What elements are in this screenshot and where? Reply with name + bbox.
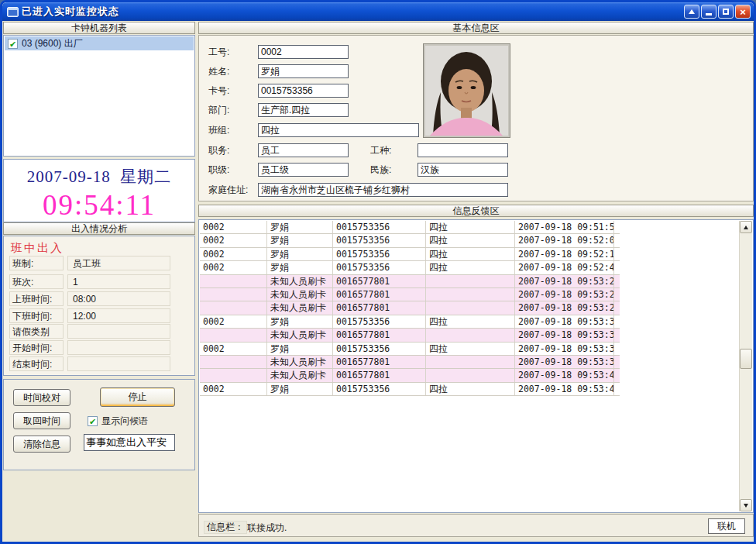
table-row[interactable]: 未知人员刷卡 0016577801 2007-09-18 09:53:26 bbox=[200, 288, 620, 301]
cell-team: 四拉 bbox=[426, 248, 515, 260]
field-label: 职务: bbox=[208, 144, 229, 157]
table-row[interactable]: 0002 罗娟 0015753356 四拉 2007-09-18 09:53:4… bbox=[200, 383, 620, 396]
titlebar[interactable]: 已进入实时监控状态 × bbox=[2, 2, 754, 21]
rollup-icon bbox=[689, 9, 695, 14]
work-type-field[interactable] bbox=[418, 143, 508, 157]
table-row[interactable]: 未知人员刷卡 0016577801 2007-09-18 09:53:37 bbox=[200, 356, 620, 369]
table-row[interactable]: 未知人员刷卡 0016577801 2007-09-18 09:53:23 bbox=[200, 275, 620, 288]
app-icon bbox=[7, 7, 19, 17]
name-field[interactable] bbox=[258, 64, 349, 78]
scroll-down-button[interactable] bbox=[740, 499, 752, 511]
cell-card-no: 0015753356 bbox=[333, 248, 426, 260]
basic-info-header: 基本信息区 bbox=[198, 22, 754, 34]
field-label: 家庭住址: bbox=[208, 184, 248, 197]
cell-timestamp: 2007-09-18 09:53:45 bbox=[515, 383, 614, 395]
time-check-button[interactable]: 时间校对 bbox=[13, 389, 70, 406]
analysis-label: 结束时间: bbox=[9, 356, 64, 371]
field-label: 班组: bbox=[208, 124, 229, 137]
stop-button[interactable]: 停止 bbox=[100, 387, 175, 407]
window-controls: × bbox=[684, 5, 751, 19]
machine-checkbox[interactable]: ✔ bbox=[8, 39, 18, 49]
machine-listbox[interactable]: ✔ 03 (9600) 出厂 bbox=[3, 35, 195, 157]
analysis-label: 开始时间: bbox=[9, 340, 64, 355]
analysis-value: 08:00 bbox=[67, 291, 170, 306]
cell-timestamp: 2007-09-18 09:53:23 bbox=[515, 275, 614, 287]
analysis-label: 班制: bbox=[9, 256, 64, 270]
ethnicity-field[interactable] bbox=[418, 163, 508, 177]
clock-panel: 2007-09-18 星期二 09:54:11 bbox=[3, 159, 195, 222]
close-button[interactable]: × bbox=[735, 5, 751, 19]
scrollbar-thumb[interactable] bbox=[740, 349, 752, 369]
table-row[interactable]: 0002 罗娟 0015753356 四拉 2007-09-18 09:51:5… bbox=[200, 221, 620, 234]
date-text: 2007-09-18 bbox=[27, 167, 111, 186]
cell-card-no: 0015753356 bbox=[333, 343, 426, 355]
online-button[interactable]: 联机 bbox=[708, 518, 745, 534]
maximize-button[interactable] bbox=[718, 5, 734, 19]
cell-card-no: 0016577801 bbox=[333, 356, 426, 368]
cell-team: 四拉 bbox=[426, 343, 515, 355]
scroll-up-button[interactable] bbox=[740, 221, 752, 233]
table-row[interactable]: 0002 罗娟 0015753356 四拉 2007-09-18 09:52:4… bbox=[200, 261, 620, 274]
weekday-text: 星期二 bbox=[120, 167, 171, 186]
table-row[interactable]: 0002 罗娟 0015753356 四拉 2007-09-18 09:53:3… bbox=[200, 343, 620, 356]
home-address-field[interactable] bbox=[258, 183, 508, 197]
basic-info-panel: 工号: 姓名: 卡号: 部门: 班组: 职务: 工种: 职级: 民族: 家庭住址… bbox=[198, 35, 754, 201]
greeting-input[interactable] bbox=[84, 434, 175, 451]
table-row[interactable]: 未知人员刷卡 0016577801 2007-09-18 09:53:43 bbox=[200, 369, 620, 382]
table-row[interactable]: 0002 罗娟 0015753356 四拉 2007-09-18 09:52:1… bbox=[200, 248, 620, 261]
cell-card-no: 0016577801 bbox=[333, 369, 426, 381]
clear-info-button[interactable]: 清除信息 bbox=[13, 436, 70, 453]
cell-timestamp: 2007-09-18 09:53:43 bbox=[515, 369, 614, 381]
card-no-field[interactable] bbox=[258, 84, 349, 98]
cell-timestamp: 2007-09-18 09:53:34 bbox=[515, 343, 614, 355]
minimize-button[interactable] bbox=[701, 5, 716, 19]
feedback-header: 信息反馈区 bbox=[198, 205, 754, 217]
table-row[interactable]: 0002 罗娟 0015753356 四拉 2007-09-18 09:52:0… bbox=[200, 234, 620, 247]
cell-name: 未知人员刷卡 bbox=[267, 356, 333, 368]
emp-id-field[interactable] bbox=[258, 45, 349, 59]
analysis-value bbox=[67, 324, 170, 339]
cell-emp-id bbox=[200, 301, 267, 314]
cell-name: 罗娟 bbox=[267, 248, 333, 260]
cell-emp-id: 0002 bbox=[200, 343, 267, 355]
field-label: 部门: bbox=[208, 104, 229, 117]
machine-list-header: 卡钟机器列表 bbox=[3, 22, 195, 34]
machine-list-item[interactable]: ✔ 03 (9600) 出厂 bbox=[5, 36, 194, 50]
cell-name: 未知人员刷卡 bbox=[267, 288, 333, 301]
cell-timestamp: 2007-09-18 09:53:30 bbox=[515, 315, 614, 328]
rank-field[interactable] bbox=[258, 163, 349, 177]
cell-name: 罗娟 bbox=[267, 315, 333, 328]
team-field[interactable] bbox=[258, 123, 419, 137]
close-icon: × bbox=[740, 7, 746, 17]
field-label: 职级: bbox=[208, 164, 229, 177]
cell-emp-id: 0002 bbox=[200, 221, 267, 233]
cell-timestamp: 2007-09-18 09:51:53 bbox=[515, 221, 614, 233]
table-row[interactable]: 未知人员刷卡 0016577801 2007-09-18 09:53:33 bbox=[200, 329, 620, 342]
cell-name: 罗娟 bbox=[267, 261, 333, 274]
analysis-label: 班次: bbox=[9, 274, 64, 289]
cell-timestamp: 2007-09-18 09:53:26 bbox=[515, 288, 614, 301]
analysis-value: 员工班 bbox=[67, 256, 170, 270]
cell-team: 四拉 bbox=[426, 383, 515, 395]
analysis-label: 请假类别 bbox=[9, 324, 64, 339]
cell-emp-id: 0002 bbox=[200, 248, 267, 260]
cell-team bbox=[426, 275, 515, 287]
cell-emp-id bbox=[200, 369, 267, 381]
cell-team: 四拉 bbox=[426, 261, 515, 274]
cell-team bbox=[426, 369, 515, 381]
minimize-icon bbox=[706, 13, 712, 15]
department-field[interactable] bbox=[258, 103, 349, 117]
cell-team bbox=[426, 329, 515, 341]
table-row[interactable]: 未知人员刷卡 0016577801 2007-09-18 09:53:28 bbox=[200, 301, 620, 315]
feedback-rows: 0002 罗娟 0015753356 四拉 2007-09-18 09:51:5… bbox=[200, 221, 620, 396]
cell-team: 四拉 bbox=[426, 234, 515, 246]
get-time-button[interactable]: 取回时间 bbox=[13, 412, 70, 429]
rollup-button[interactable] bbox=[684, 5, 699, 19]
field-label: 工号: bbox=[208, 46, 229, 59]
cell-name: 罗娟 bbox=[267, 234, 333, 246]
greeting-checkbox[interactable]: ✔ bbox=[88, 416, 98, 426]
table-row[interactable]: 0002 罗娟 0015753356 四拉 2007-09-18 09:53:3… bbox=[200, 315, 620, 329]
cell-emp-id bbox=[200, 356, 267, 368]
position-field[interactable] bbox=[258, 143, 349, 157]
vertical-scrollbar[interactable] bbox=[739, 221, 752, 511]
